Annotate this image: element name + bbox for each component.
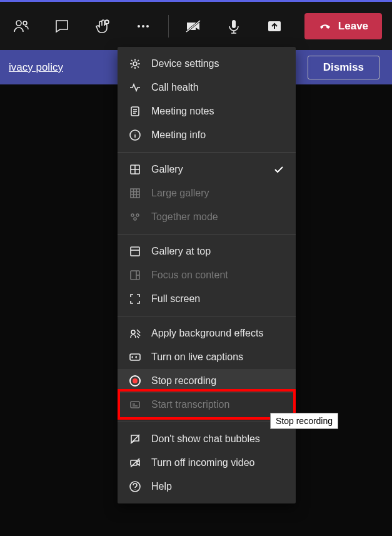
- leave-button[interactable]: Leave: [304, 13, 382, 39]
- svg-point-3: [138, 25, 140, 28]
- captions-icon: [129, 351, 141, 363]
- menu-label: Full screen: [151, 293, 200, 305]
- gallery-top-icon: [129, 245, 141, 258]
- fullscreen-icon: [129, 293, 141, 305]
- svg-point-26: [131, 214, 134, 216]
- svg-rect-39: [131, 402, 139, 408]
- help-icon: [129, 480, 141, 493]
- toolbar-divider: [168, 15, 169, 38]
- transcription-icon: [129, 398, 141, 411]
- hang-up-icon: [318, 19, 332, 33]
- menu-live-captions[interactable]: Turn on live captions: [118, 345, 296, 369]
- menu-meeting-notes[interactable]: Meeting notes: [118, 99, 296, 123]
- grid-icon: [129, 163, 141, 176]
- camera-off-icon[interactable]: [182, 15, 204, 38]
- video-off-icon: [129, 457, 141, 469]
- menu-label: Device settings: [151, 58, 219, 69]
- share-screen-icon[interactable]: [264, 15, 286, 38]
- raise-hand-icon[interactable]: [91, 15, 113, 38]
- menu-start-transcription: Start transcription: [118, 393, 296, 417]
- menu-label: Help: [151, 481, 172, 492]
- menu-focus-content: Focus on content: [118, 263, 296, 287]
- menu-together-mode: Together mode: [118, 205, 296, 229]
- record-icon: [129, 375, 141, 387]
- menu-label: Apply background effects: [151, 328, 263, 339]
- menu-incoming-video[interactable]: Turn off incoming video: [118, 451, 296, 475]
- svg-point-0: [16, 21, 21, 26]
- menu-label: Turn off incoming video: [151, 457, 254, 468]
- svg-rect-29: [131, 247, 139, 256]
- menu-label: Turn on live captions: [151, 351, 243, 363]
- background-effects-icon: [129, 327, 141, 340]
- menu-label: Start transcription: [151, 399, 229, 410]
- menu-separator: [118, 422, 296, 422]
- menu-meeting-info[interactable]: Meeting info: [118, 123, 296, 147]
- more-actions-icon[interactable]: [132, 15, 154, 38]
- svg-point-1: [23, 21, 27, 25]
- menu-stop-recording[interactable]: Stop recording: [118, 369, 296, 393]
- menu-label: Gallery: [151, 164, 183, 175]
- svg-point-27: [136, 214, 139, 216]
- svg-point-28: [134, 218, 136, 220]
- svg-point-34: [131, 330, 135, 334]
- chat-icon[interactable]: [51, 15, 73, 38]
- menu-help[interactable]: Help: [118, 475, 296, 498]
- chat-bubble-off-icon: [129, 433, 141, 445]
- svg-point-5: [146, 25, 149, 28]
- gear-icon: [129, 58, 141, 70]
- tooltip: Stop recording: [270, 413, 338, 429]
- menu-label: Together mode: [151, 211, 218, 223]
- people-icon[interactable]: [10, 15, 32, 38]
- large-grid-icon: [129, 187, 141, 200]
- svg-point-10: [133, 62, 137, 66]
- menu-gallery[interactable]: Gallery: [118, 158, 296, 181]
- menu-separator: [118, 234, 296, 235]
- svg-line-37: [137, 336, 139, 338]
- menu-label: Meeting notes: [151, 106, 214, 117]
- menu-chat-bubbles[interactable]: Don't show chat bubbles: [118, 427, 296, 451]
- meeting-toolbar: Leave: [0, 0, 392, 50]
- dismiss-button[interactable]: Dismiss: [308, 56, 379, 79]
- menu-label: Focus on content: [151, 270, 228, 281]
- menu-gallery-top[interactable]: Gallery at top: [118, 240, 296, 263]
- svg-line-35: [137, 330, 140, 333]
- menu-full-screen[interactable]: Full screen: [118, 287, 296, 311]
- menu-label: Large gallery: [151, 188, 209, 199]
- menu-label: Gallery at top: [151, 246, 211, 257]
- more-actions-menu: Device settings Call health Meeting note…: [118, 47, 296, 503]
- menu-large-gallery: Large gallery: [118, 181, 296, 205]
- menu-label: Call health: [151, 82, 199, 93]
- info-icon: [129, 129, 141, 141]
- svg-rect-21: [131, 189, 139, 198]
- notes-icon: [129, 105, 141, 118]
- together-icon: [129, 211, 141, 223]
- menu-separator: [118, 152, 296, 153]
- menu-label: Meeting info: [151, 129, 206, 141]
- menu-call-health[interactable]: Call health: [118, 76, 296, 99]
- menu-label: Stop recording: [151, 375, 216, 387]
- menu-label: Don't show chat bubbles: [151, 433, 260, 445]
- leave-label: Leave: [338, 20, 368, 33]
- svg-line-42: [131, 435, 139, 443]
- svg-rect-8: [232, 20, 236, 28]
- svg-line-44: [131, 458, 139, 467]
- menu-device-settings[interactable]: Device settings: [118, 52, 296, 76]
- menu-background-effects[interactable]: Apply background effects: [118, 321, 296, 345]
- mic-icon[interactable]: [223, 15, 245, 38]
- svg-point-4: [142, 25, 144, 28]
- pulse-icon: [129, 81, 141, 94]
- checkmark-icon: [273, 164, 284, 175]
- focus-icon: [129, 269, 141, 281]
- menu-separator: [118, 316, 296, 316]
- privacy-policy-link[interactable]: ivacy policy: [9, 61, 63, 74]
- svg-line-36: [137, 333, 140, 336]
